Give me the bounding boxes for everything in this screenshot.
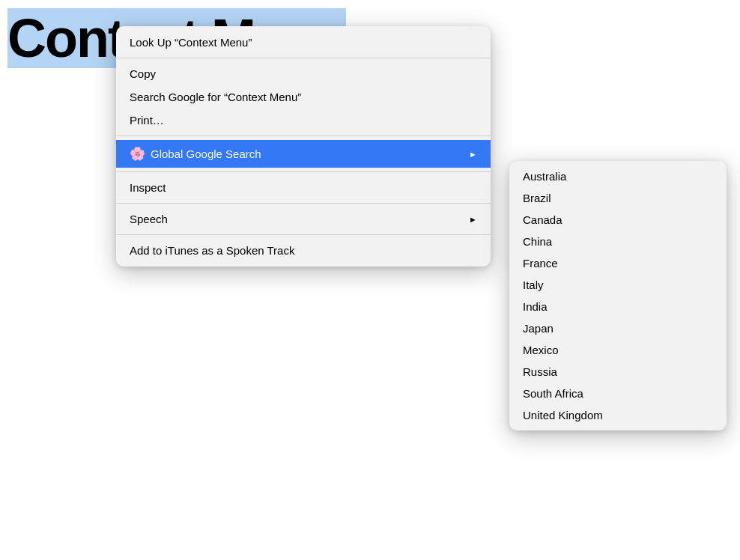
submenu-item-label: Russia (523, 365, 557, 378)
submenu-item-brazil[interactable]: Brazil (509, 187, 727, 209)
submenu-item-south-africa[interactable]: South Africa (509, 383, 727, 404)
submenu-item-label: Australia (523, 170, 566, 183)
menu-item-search-google-label: Search Google for “Context Menu” (130, 91, 301, 103)
menu-item-copy-label: Copy (130, 67, 156, 80)
menu-item-global-google-content: 🌸 Global Google Search (130, 146, 261, 162)
menu-item-inspect[interactable]: Inspect (116, 176, 491, 199)
submenu-item-italy[interactable]: Italy (509, 274, 727, 296)
menu-item-lookup[interactable]: Look Up “Context Menu” (116, 31, 491, 54)
submenu-item-china[interactable]: China (509, 231, 727, 252)
menu-item-speech[interactable]: Speech ► (116, 207, 491, 231)
submenu-item-canada[interactable]: Canada (509, 209, 727, 231)
menu-item-speech-label: Speech (130, 213, 168, 225)
submenu-item-label: South Africa (523, 387, 583, 400)
submenu-item-label: Brazil (523, 192, 551, 204)
separator-5 (116, 234, 491, 235)
arrow-icon: ► (469, 150, 477, 159)
menu-item-copy[interactable]: Copy (116, 62, 491, 85)
submenu-item-united-kingdom[interactable]: United Kingdom (509, 404, 727, 426)
global-google-icon: 🌸 (130, 146, 145, 162)
submenu-item-label: India (523, 300, 548, 313)
separator-1 (116, 58, 491, 58)
submenu-item-russia[interactable]: Russia (509, 361, 727, 383)
submenu-item-japan[interactable]: Japan (509, 317, 727, 339)
submenu-item-label: France (523, 257, 558, 270)
speech-arrow-icon: ► (469, 215, 477, 224)
submenu-item-mexico[interactable]: Mexico (509, 339, 727, 361)
submenu-countries: AustraliaBrazilCanadaChinaFranceItalyInd… (509, 161, 727, 430)
submenu-item-label: United Kingdom (523, 409, 603, 421)
menu-item-search-google[interactable]: Search Google for “Context Menu” (116, 85, 491, 109)
menu-item-print[interactable]: Print… (116, 109, 491, 132)
submenu-item-label: Italy (523, 279, 544, 291)
submenu-item-australia[interactable]: Australia (509, 165, 727, 187)
menu-item-inspect-label: Inspect (130, 181, 166, 194)
separator-4 (116, 203, 491, 204)
submenu-item-india[interactable]: India (509, 296, 727, 317)
submenu-item-label: Japan (523, 322, 554, 335)
menu-item-global-google[interactable]: 🌸 Global Google Search ► (116, 140, 491, 168)
submenu-item-france[interactable]: France (509, 252, 727, 274)
menu-item-global-google-label: Global Google Search (151, 147, 261, 160)
submenu-item-label: Mexico (523, 344, 559, 356)
menu-item-lookup-label: Look Up “Context Menu” (130, 36, 252, 49)
menu-item-print-label: Print… (130, 114, 164, 127)
menu-item-itunes[interactable]: Add to iTunes as a Spoken Track (116, 239, 491, 262)
context-menu: Look Up “Context Menu” Copy Search Googl… (116, 26, 491, 267)
submenu-item-label: China (523, 235, 552, 248)
menu-item-itunes-label: Add to iTunes as a Spoken Track (130, 244, 294, 257)
separator-2 (116, 136, 491, 136)
separator-3 (116, 171, 491, 172)
submenu-item-label: Canada (523, 213, 562, 226)
